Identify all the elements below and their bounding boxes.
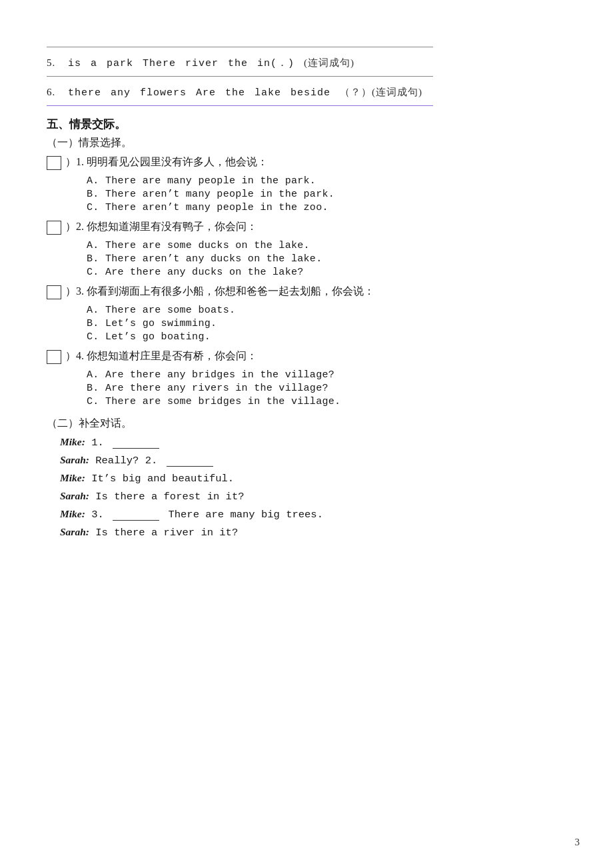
word-5-1: is bbox=[68, 58, 81, 69]
section5-title: 五、情景交际。 bbox=[47, 117, 560, 132]
dialog-line-mike-3: Mike: 3. There are many big trees. bbox=[60, 508, 560, 521]
question-row-4: ）4. 你想知道村庄里是否有桥，你会问： bbox=[47, 349, 560, 364]
divider-bottom-5 bbox=[47, 76, 433, 77]
dialog-sarah-1-text: Really? 2. bbox=[95, 455, 163, 467]
answer-blank-1 bbox=[47, 156, 61, 170]
q2-option-c: C. Are there any ducks on the lake? bbox=[87, 267, 560, 278]
speaker-sarah-2: Sarah: bbox=[60, 490, 89, 501]
q1-option-a: A. There are many people in the park. bbox=[87, 175, 560, 187]
word-5-3: park bbox=[107, 58, 133, 69]
dialog-sarah-3-text: Is there a river in it? bbox=[95, 527, 238, 539]
word-6-4: Are bbox=[196, 87, 216, 99]
q3-option-a: A. There are some boats. bbox=[87, 305, 560, 316]
dialog-mike-3-text: There are many big trees. bbox=[168, 509, 323, 521]
q2-num-cn: ）2. 你想知道湖里有没有鸭子，你会问： bbox=[65, 221, 257, 232]
q2-option-a: A. There are some ducks on the lake. bbox=[87, 240, 560, 251]
question-row-3: ）3. 你看到湖面上有很多小船，你想和爸爸一起去划船，你会说： bbox=[47, 285, 560, 299]
q2-body: ）2. 你想知道湖里有没有鸭子，你会问： bbox=[65, 220, 560, 234]
q4-option-b: B. Are there any rivers in the village? bbox=[87, 383, 560, 394]
word-5-7: in(．) bbox=[257, 57, 295, 69]
blank-mike-3 bbox=[113, 520, 159, 521]
word-6-6: lake bbox=[255, 87, 281, 99]
q1-option-b: B. There aren’t many people in the park. bbox=[87, 189, 560, 200]
word-5-2: a bbox=[91, 58, 97, 69]
dialog-line-mike-1: Mike: 1. bbox=[60, 436, 560, 449]
q3-num-cn: ）3. 你看到湖面上有很多小船，你想和爸爸一起去划船，你会说： bbox=[65, 285, 374, 297]
question-block-3: ）3. 你看到湖面上有很多小船，你想和爸爸一起去划船，你会说： A. There… bbox=[47, 285, 560, 343]
purple-divider-6 bbox=[47, 105, 433, 106]
speaker-sarah-1: Sarah: bbox=[60, 454, 89, 465]
dialog-mike-2-text: It’s big and beautiful. bbox=[91, 473, 234, 485]
q4-num-cn: ）4. 你想知道村庄里是否有桥，你会问： bbox=[65, 350, 257, 361]
q4-option-a: A. Are there any bridges in the village? bbox=[87, 369, 560, 381]
sentence-5-instruction: (连词成句) bbox=[304, 57, 354, 69]
question-block-2: ）2. 你想知道湖里有没有鸭子，你会问： A. There are some d… bbox=[47, 220, 560, 278]
dialog-line-sarah-1: Sarah: Really? 2. bbox=[60, 454, 560, 467]
question-block-1: ）1. 明明看见公园里没有许多人，他会说： A. There are many … bbox=[47, 155, 560, 213]
q1-option-c: C. There aren’t many people in the zoo. bbox=[87, 202, 560, 213]
divider-top-5 bbox=[47, 47, 433, 47]
q3-option-c: C. Let’s go boating. bbox=[87, 331, 560, 343]
dialog-line-sarah-2: Sarah: Is there a forest in it? bbox=[60, 490, 560, 503]
blank-sarah-1 bbox=[167, 466, 213, 467]
word-6-5: the bbox=[225, 87, 245, 99]
dialog-sarah-2-text: Is there a forest in it? bbox=[95, 491, 244, 503]
sentence-item-5: 5. is a park There river the in(．) (连词成句… bbox=[47, 57, 560, 69]
word-6-1: there bbox=[68, 87, 101, 99]
speaker-mike-3: Mike: bbox=[60, 508, 85, 519]
word-5-5: river bbox=[185, 58, 219, 69]
page-number: 3 bbox=[575, 837, 580, 848]
q4-body: ）4. 你想知道村庄里是否有桥，你会问： bbox=[65, 349, 560, 363]
part2-title: （二）补全对话。 bbox=[47, 417, 560, 431]
question-row-2: ）2. 你想知道湖里有没有鸭子，你会问： bbox=[47, 220, 560, 235]
sentence-label-5: 5. bbox=[47, 57, 59, 69]
word-6-7: beside bbox=[291, 87, 330, 99]
q2-option-b: B. There aren’t any ducks on the lake. bbox=[87, 253, 560, 265]
q3-option-b: B. Let’s go swimming. bbox=[87, 318, 560, 329]
dialog-line-sarah-3: Sarah: Is there a river in it? bbox=[60, 526, 560, 539]
question-block-4: ）4. 你想知道村庄里是否有桥，你会问： A. Are there any br… bbox=[47, 349, 560, 407]
word-5-6: the bbox=[228, 58, 248, 69]
word-6-3: flowers bbox=[140, 87, 187, 99]
question-row-1: ）1. 明明看见公园里没有许多人，他会说： bbox=[47, 155, 560, 170]
q3-body: ）3. 你看到湖面上有很多小船，你想和爸爸一起去划船，你会说： bbox=[65, 285, 560, 299]
q4-option-c: C. There are some bridges in the village… bbox=[87, 396, 560, 407]
answer-blank-2 bbox=[47, 221, 61, 235]
answer-blank-4 bbox=[47, 350, 61, 364]
word-5-4: There bbox=[143, 58, 176, 69]
dialog-line-mike-2: Mike: It’s big and beautiful. bbox=[60, 472, 560, 485]
speaker-sarah-3: Sarah: bbox=[60, 526, 89, 537]
q1-body: ）1. 明明看见公园里没有许多人，他会说： bbox=[65, 155, 560, 169]
speaker-mike-1: Mike: bbox=[60, 436, 85, 447]
sentence-item-6: 6. there any flowers Are the lake beside… bbox=[47, 86, 560, 99]
part1-title: （一）情景选择。 bbox=[47, 136, 560, 150]
speaker-mike-2: Mike: bbox=[60, 472, 85, 483]
blank-mike-1 bbox=[113, 448, 159, 449]
word-6-2: any bbox=[111, 87, 131, 99]
dialog-mike-1-num: 1. bbox=[91, 437, 110, 449]
sentence-6-instruction: （？）(连词成句) bbox=[340, 86, 422, 99]
q1-num-cn: ）1. 明明看见公园里没有许多人，他会说： bbox=[65, 156, 268, 167]
dialog-section: （二）补全对话。 Mike: 1. Sarah: Really? 2. Mike… bbox=[47, 417, 560, 539]
questions-container: ）1. 明明看见公园里没有许多人，他会说： A. There are many … bbox=[47, 155, 560, 407]
answer-blank-3 bbox=[47, 285, 61, 299]
dialog-mike-3-num: 3. bbox=[91, 509, 110, 521]
sentence-label-6: 6. bbox=[47, 87, 59, 98]
